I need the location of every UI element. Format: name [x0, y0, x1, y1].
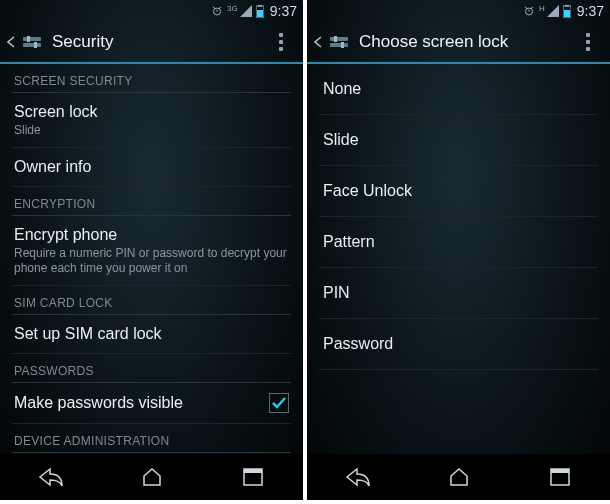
svg-rect-8 [23, 37, 41, 41]
lock-option-password[interactable]: Password [319, 319, 598, 370]
lock-option-slide[interactable]: Slide [319, 115, 598, 166]
settings-list[interactable]: SCREEN SECURITY Screen lock Slide Owner … [0, 64, 303, 454]
owner-info-item[interactable]: Owner info [12, 148, 291, 187]
overflow-menu-button[interactable] [572, 26, 604, 58]
svg-rect-9 [23, 43, 41, 47]
status-bar: 3G 9:37 [0, 0, 303, 22]
security-settings-screen: 3G 9:37 Security SCREEN SECURITY [0, 0, 303, 500]
section-header: SIM CARD LOCK [12, 286, 291, 315]
svg-rect-20 [565, 5, 569, 7]
settings-app-icon[interactable] [18, 28, 46, 56]
recents-button[interactable] [530, 459, 590, 495]
navigation-bar [0, 454, 303, 500]
alarm-icon [211, 5, 223, 17]
item-title: Encrypt phone [14, 226, 289, 244]
svg-line-16 [525, 7, 527, 9]
svg-rect-27 [551, 469, 569, 473]
page-title: Choose screen lock [359, 32, 572, 52]
choose-lock-screen: H 9:37 Choose screen lock None Slide F [307, 0, 610, 500]
svg-rect-25 [341, 42, 344, 48]
home-button[interactable] [429, 459, 489, 495]
back-button[interactable] [328, 459, 388, 495]
settings-app-icon[interactable] [325, 28, 353, 56]
home-button[interactable] [122, 459, 182, 495]
item-summary: Slide [14, 123, 289, 137]
lock-option-face-unlock[interactable]: Face Unlock [319, 166, 598, 217]
screen-lock-item[interactable]: Screen lock Slide [12, 93, 291, 148]
section-header: DEVICE ADMINISTRATION [12, 424, 291, 453]
battery-icon [563, 5, 571, 18]
svg-rect-13 [244, 469, 262, 473]
page-title: Security [52, 32, 265, 52]
section-header: PASSWORDS [12, 354, 291, 383]
device-admin-item[interactable]: Device administrators [12, 453, 291, 454]
signal-icon [547, 5, 559, 17]
lock-option-pattern[interactable]: Pattern [319, 217, 598, 268]
network-type: 3G [227, 4, 238, 13]
svg-rect-11 [34, 42, 37, 48]
back-caret-icon[interactable] [313, 37, 323, 47]
svg-rect-21 [564, 10, 570, 17]
svg-marker-18 [547, 5, 559, 17]
section-header: ENCRYPTION [12, 187, 291, 216]
navigation-bar [307, 454, 610, 500]
svg-line-2 [213, 7, 215, 9]
overflow-menu-button[interactable] [265, 26, 297, 58]
lock-options-list[interactable]: None Slide Face Unlock Pattern PIN Passw… [307, 64, 610, 454]
item-title: Owner info [14, 158, 289, 176]
encrypt-phone-item[interactable]: Encrypt phone Require a numeric PIN or p… [12, 216, 291, 286]
item-title: Screen lock [14, 103, 289, 121]
recents-button[interactable] [223, 459, 283, 495]
clock: 9:37 [270, 3, 297, 19]
svg-rect-24 [334, 36, 337, 42]
alarm-icon [523, 5, 535, 17]
svg-marker-4 [240, 5, 252, 17]
action-bar: Security [0, 22, 303, 64]
battery-icon [256, 5, 264, 18]
item-title: Set up SIM card lock [14, 325, 289, 343]
svg-rect-6 [258, 5, 262, 7]
lock-option-none[interactable]: None [319, 64, 598, 115]
svg-rect-10 [27, 36, 30, 42]
section-header: SCREEN SECURITY [12, 64, 291, 93]
action-bar: Choose screen lock [307, 22, 610, 64]
item-title: Make passwords visible [14, 394, 269, 412]
lock-option-pin[interactable]: PIN [319, 268, 598, 319]
item-summary: Require a numeric PIN or password to dec… [14, 246, 289, 275]
network-type: H [539, 4, 545, 13]
passwords-visible-checkbox[interactable] [269, 393, 289, 413]
back-caret-icon[interactable] [6, 37, 16, 47]
svg-line-17 [531, 7, 533, 9]
back-button[interactable] [21, 459, 81, 495]
sim-lock-item[interactable]: Set up SIM card lock [12, 315, 291, 354]
status-bar: H 9:37 [307, 0, 610, 22]
clock: 9:37 [577, 3, 604, 19]
passwords-visible-item[interactable]: Make passwords visible [12, 383, 291, 424]
svg-rect-7 [257, 10, 263, 17]
svg-rect-22 [330, 37, 348, 41]
signal-icon [240, 5, 252, 17]
svg-rect-23 [330, 43, 348, 47]
svg-line-3 [219, 7, 221, 9]
